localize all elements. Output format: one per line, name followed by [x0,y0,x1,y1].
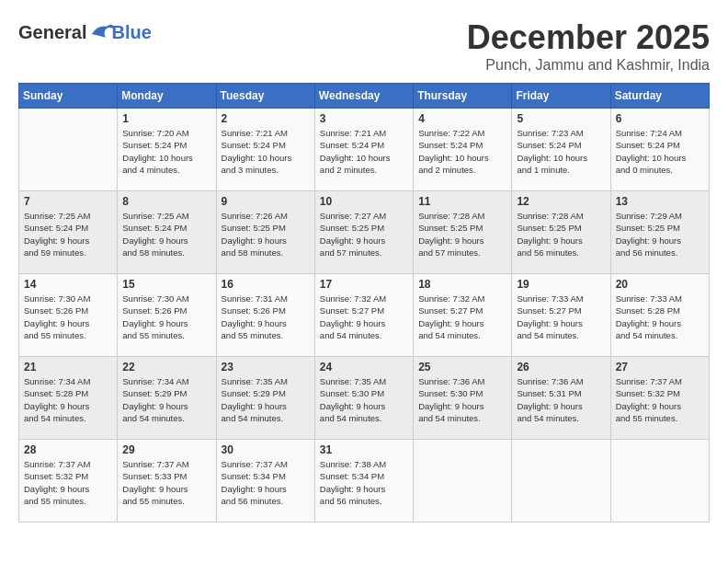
day-number: 26 [517,361,605,373]
day-info: Sunrise: 7:35 AM Sunset: 5:29 PM Dayligh… [222,375,310,424]
day-info: Sunrise: 7:38 AM Sunset: 5:34 PM Dayligh… [320,458,408,507]
cell-week4-day6: 26Sunrise: 7:36 AM Sunset: 5:31 PM Dayli… [512,357,610,440]
day-number: 19 [517,278,605,291]
header-friday: Friday [512,84,610,109]
day-number: 24 [320,361,408,373]
cell-week1-day1 [19,109,118,191]
day-number: 25 [418,361,506,373]
day-number: 15 [122,278,210,291]
day-number: 12 [517,195,605,208]
header-saturday: Saturday [610,84,709,109]
day-number: 29 [122,443,210,456]
cell-week4-day5: 25Sunrise: 7:36 AM Sunset: 5:30 PM Dayli… [414,357,512,440]
cell-week4-day1: 21Sunrise: 7:34 AM Sunset: 5:28 PM Dayli… [19,357,118,440]
calendar-header-row: SundayMondayTuesdayWednesdayThursdayFrid… [19,84,710,109]
day-number: 22 [122,361,210,373]
day-number: 2 [222,112,310,125]
day-number: 30 [222,443,310,456]
day-info: Sunrise: 7:34 AM Sunset: 5:29 PM Dayligh… [122,375,210,424]
cell-week2-day7: 13Sunrise: 7:29 AM Sunset: 5:25 PM Dayli… [610,191,709,274]
day-info: Sunrise: 7:37 AM Sunset: 5:32 PM Dayligh… [24,458,112,507]
cell-week5-day7 [610,440,709,523]
week-row-1: 1Sunrise: 7:20 AM Sunset: 5:24 PM Daylig… [19,109,710,191]
cell-week3-day1: 14Sunrise: 7:30 AM Sunset: 5:26 PM Dayli… [19,274,118,357]
day-number: 28 [24,443,112,456]
day-number: 14 [24,278,112,291]
day-number: 3 [320,112,408,125]
day-info: Sunrise: 7:28 AM Sunset: 5:25 PM Dayligh… [517,210,605,259]
day-number: 6 [616,112,704,125]
logo-blue: Blue [111,22,151,43]
day-info: Sunrise: 7:28 AM Sunset: 5:25 PM Dayligh… [418,210,506,259]
day-number: 8 [122,195,210,208]
day-info: Sunrise: 7:26 AM Sunset: 5:25 PM Dayligh… [222,210,310,259]
day-number: 4 [418,112,506,125]
cell-week1-day5: 4Sunrise: 7:22 AM Sunset: 5:24 PM Daylig… [414,109,512,191]
day-number: 18 [418,278,506,291]
header-monday: Monday [118,84,216,109]
header: General Blue December 2025 Punch, Jammu … [18,18,710,74]
day-number: 5 [517,112,605,125]
day-info: Sunrise: 7:21 AM Sunset: 5:24 PM Dayligh… [222,127,310,176]
day-number: 20 [616,278,704,291]
day-info: Sunrise: 7:36 AM Sunset: 5:31 PM Dayligh… [517,375,605,424]
day-number: 13 [616,195,704,208]
cell-week1-day2: 1Sunrise: 7:20 AM Sunset: 5:24 PM Daylig… [118,109,216,191]
cell-week3-day4: 17Sunrise: 7:32 AM Sunset: 5:27 PM Dayli… [314,274,413,357]
header-tuesday: Tuesday [216,84,314,109]
day-info: Sunrise: 7:33 AM Sunset: 5:28 PM Dayligh… [616,293,704,341]
cell-week5-day5 [414,440,512,523]
logo: General Blue [18,18,152,46]
day-number: 1 [122,112,210,125]
week-row-2: 7Sunrise: 7:25 AM Sunset: 5:24 PM Daylig… [19,191,710,274]
day-info: Sunrise: 7:22 AM Sunset: 5:24 PM Dayligh… [418,127,506,176]
cell-week5-day2: 29Sunrise: 7:37 AM Sunset: 5:33 PM Dayli… [118,440,216,523]
day-info: Sunrise: 7:32 AM Sunset: 5:27 PM Dayligh… [320,293,408,341]
cell-week4-day2: 22Sunrise: 7:34 AM Sunset: 5:29 PM Dayli… [118,357,216,440]
cell-week2-day4: 10Sunrise: 7:27 AM Sunset: 5:25 PM Dayli… [314,191,413,274]
cell-week2-day5: 11Sunrise: 7:28 AM Sunset: 5:25 PM Dayli… [414,191,512,274]
logo-general: General [18,22,86,43]
cell-week2-day2: 8Sunrise: 7:25 AM Sunset: 5:24 PM Daylig… [118,191,216,274]
calendar-table: SundayMondayTuesdayWednesdayThursdayFrid… [18,83,710,523]
day-info: Sunrise: 7:21 AM Sunset: 5:24 PM Dayligh… [320,127,408,176]
cell-week3-day3: 16Sunrise: 7:31 AM Sunset: 5:26 PM Dayli… [216,274,314,357]
day-info: Sunrise: 7:20 AM Sunset: 5:24 PM Dayligh… [122,127,210,176]
cell-week3-day2: 15Sunrise: 7:30 AM Sunset: 5:26 PM Dayli… [118,274,216,357]
day-number: 31 [320,443,408,456]
day-number: 9 [222,195,310,208]
day-info: Sunrise: 7:25 AM Sunset: 5:24 PM Dayligh… [122,210,210,259]
month-title: December 2025 [467,18,710,57]
day-info: Sunrise: 7:34 AM Sunset: 5:28 PM Dayligh… [24,375,112,424]
location-title: Punch, Jammu and Kashmir, India [467,57,710,74]
calendar-body: 1Sunrise: 7:20 AM Sunset: 5:24 PM Daylig… [19,109,710,523]
day-info: Sunrise: 7:31 AM Sunset: 5:26 PM Dayligh… [222,293,310,341]
day-number: 11 [418,195,506,208]
cell-week2-day6: 12Sunrise: 7:28 AM Sunset: 5:25 PM Dayli… [512,191,610,274]
cell-week1-day3: 2Sunrise: 7:21 AM Sunset: 5:24 PM Daylig… [216,109,314,191]
day-info: Sunrise: 7:30 AM Sunset: 5:26 PM Dayligh… [122,293,210,341]
day-number: 16 [222,278,310,291]
cell-week5-day1: 28Sunrise: 7:37 AM Sunset: 5:32 PM Dayli… [19,440,118,523]
day-number: 10 [320,195,408,208]
day-info: Sunrise: 7:27 AM Sunset: 5:25 PM Dayligh… [320,210,408,259]
day-number: 21 [24,361,112,373]
day-number: 17 [320,278,408,291]
cell-week2-day3: 9Sunrise: 7:26 AM Sunset: 5:25 PM Daylig… [216,191,314,274]
cell-week5-day3: 30Sunrise: 7:37 AM Sunset: 5:34 PM Dayli… [216,440,314,523]
cell-week4-day3: 23Sunrise: 7:35 AM Sunset: 5:29 PM Dayli… [216,357,314,440]
cell-week5-day6 [512,440,610,523]
day-info: Sunrise: 7:30 AM Sunset: 5:26 PM Dayligh… [24,293,112,341]
header-thursday: Thursday [414,84,512,109]
day-info: Sunrise: 7:24 AM Sunset: 5:24 PM Dayligh… [616,127,704,176]
day-number: 23 [222,361,310,373]
day-info: Sunrise: 7:25 AM Sunset: 5:24 PM Dayligh… [24,210,112,259]
day-info: Sunrise: 7:23 AM Sunset: 5:24 PM Dayligh… [517,127,605,176]
day-info: Sunrise: 7:37 AM Sunset: 5:33 PM Dayligh… [122,458,210,507]
day-number: 7 [24,195,112,208]
cell-week3-day7: 20Sunrise: 7:33 AM Sunset: 5:28 PM Dayli… [610,274,709,357]
cell-week1-day6: 5Sunrise: 7:23 AM Sunset: 5:24 PM Daylig… [512,109,610,191]
day-info: Sunrise: 7:35 AM Sunset: 5:30 PM Dayligh… [320,375,408,424]
cell-week3-day5: 18Sunrise: 7:32 AM Sunset: 5:27 PM Dayli… [414,274,512,357]
day-info: Sunrise: 7:37 AM Sunset: 5:34 PM Dayligh… [222,458,310,507]
